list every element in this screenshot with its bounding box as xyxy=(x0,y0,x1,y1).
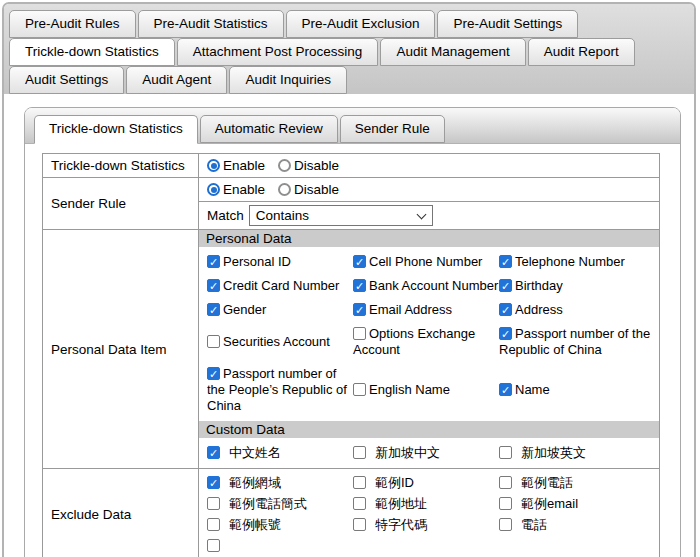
checkbox-label: 中文姓名 xyxy=(229,445,281,460)
checkbox-unchecked-icon[interactable] xyxy=(207,539,220,552)
checkbox-item-birthday[interactable]: ✓Birthday xyxy=(499,278,653,294)
checkbox-checked-icon[interactable]: ✓ xyxy=(207,279,220,292)
checkbox-item-personal-id[interactable]: ✓Personal ID xyxy=(207,254,353,270)
checkbox-item-新加坡中文[interactable]: 新加坡中文 xyxy=(353,445,499,461)
main-tab-audit-settings[interactable]: Audit Settings xyxy=(9,66,124,94)
radio-unselected-icon[interactable] xyxy=(278,183,291,196)
checkbox-label: Passport number of the People’s Republic… xyxy=(207,366,347,413)
match-row: Match Contains xyxy=(199,202,659,229)
checkbox-item-範例電話[interactable]: 範例電話 xyxy=(499,475,653,491)
checkbox-item-電話[interactable]: 電話 xyxy=(499,517,653,533)
checkbox-checked-icon[interactable]: ✓ xyxy=(499,279,512,292)
checkbox-unchecked-icon[interactable] xyxy=(499,446,512,459)
checkbox-item-telephone-number[interactable]: ✓Telephone Number xyxy=(499,254,653,270)
checkbox-unchecked-icon[interactable] xyxy=(353,446,366,459)
radio-unselected-icon[interactable] xyxy=(278,159,291,172)
checkbox-unchecked-icon[interactable] xyxy=(353,518,366,531)
checkbox-unchecked-icon[interactable] xyxy=(207,497,220,510)
main-tab-trickle-down-statistics[interactable]: Trickle-down Statistics xyxy=(9,38,175,66)
checkbox-item-address[interactable]: ✓Address xyxy=(499,302,653,318)
checkbox-unchecked-icon[interactable] xyxy=(207,518,220,531)
checkbox-item-範例email[interactable]: 範例email xyxy=(499,496,653,512)
main-tab-audit-inquiries[interactable]: Audit Inquiries xyxy=(229,66,347,94)
checkbox-item-範例帳號[interactable]: 範例帳號 xyxy=(207,517,353,533)
trickle-enable-radio[interactable]: Enable xyxy=(207,158,265,173)
checkbox-item-securities-account[interactable]: Securities Account xyxy=(207,334,353,350)
match-select[interactable]: Contains xyxy=(249,205,433,226)
checkbox-label: Securities Account xyxy=(223,334,330,349)
checkbox-checked-icon[interactable]: ✓ xyxy=(499,383,512,396)
checkbox-item-item[interactable] xyxy=(207,538,353,554)
sender-disable-radio[interactable]: Disable xyxy=(278,182,339,197)
checkbox-item-name[interactable]: ✓Name xyxy=(499,382,653,398)
main-tab-pre-audit-settings[interactable]: Pre-Audit Settings xyxy=(437,10,578,38)
checkbox-checked-icon[interactable]: ✓ xyxy=(207,476,220,489)
checkbox-unchecked-icon[interactable] xyxy=(499,497,512,510)
sender-enable-radio[interactable]: Enable xyxy=(207,182,265,197)
checkbox-checked-icon[interactable]: ✓ xyxy=(353,279,366,292)
trickle-down-statistics-label: Trickle-down Statistics xyxy=(43,154,199,178)
checkbox-item-cell-phone-number[interactable]: ✓Cell Phone Number xyxy=(353,254,499,270)
checkbox-item-範例電話簡式[interactable]: 範例電話簡式 xyxy=(207,496,353,512)
main-tab-strip: Pre-Audit RulesPre-Audit StatisticsPre-A… xyxy=(4,4,694,94)
personal-data-item-label: Personal Data Item xyxy=(43,230,199,469)
checkbox-unchecked-icon[interactable] xyxy=(353,497,366,510)
checkbox-checked-icon[interactable]: ✓ xyxy=(207,255,220,268)
checkbox-label: Credit Card Number xyxy=(223,278,339,293)
checkbox-item-gender[interactable]: ✓Gender xyxy=(207,302,353,318)
main-tab-pre-audit-statistics[interactable]: Pre-Audit Statistics xyxy=(138,10,284,38)
checkbox-item-範例id[interactable]: 範例ID xyxy=(353,475,499,491)
checkbox-checked-icon[interactable]: ✓ xyxy=(499,327,512,340)
table-row: Exclude Data ✓範例網域範例ID範例電話範例電話簡式範例地址範例em… xyxy=(43,469,660,557)
checkbox-checked-icon[interactable]: ✓ xyxy=(499,255,512,268)
checkbox-unchecked-icon[interactable] xyxy=(499,518,512,531)
checkbox-item-bank-account-number[interactable]: ✓Bank Account Number xyxy=(353,278,499,294)
checkbox-unchecked-icon[interactable] xyxy=(353,327,366,340)
radio-label: Enable xyxy=(223,182,265,197)
checkbox-unchecked-icon[interactable] xyxy=(207,335,220,348)
main-tab-audit-agent[interactable]: Audit Agent xyxy=(126,66,227,94)
trickle-disable-radio[interactable]: Disable xyxy=(278,158,339,173)
main-tab-audit-management[interactable]: Audit Management xyxy=(380,38,525,66)
panel-tab-sender-rule[interactable]: Sender Rule xyxy=(340,115,445,143)
checkbox-item-特字代碼[interactable]: 特字代碼 xyxy=(353,517,499,533)
main-tab-pre-audit-exclusion[interactable]: Pre-Audit Exclusion xyxy=(286,10,436,38)
checkbox-unchecked-icon[interactable] xyxy=(353,383,366,396)
checkbox-item-新加坡英文[interactable]: 新加坡英文 xyxy=(499,445,653,461)
checkbox-item-english-name[interactable]: English Name xyxy=(353,382,499,398)
checkbox-checked-icon[interactable]: ✓ xyxy=(207,367,220,380)
checkbox-item-範例網域[interactable]: ✓範例網域 xyxy=(207,475,353,491)
content-area: Trickle-down StatisticsAutomatic ReviewS… xyxy=(4,94,694,557)
checkbox-label: Address xyxy=(515,302,563,317)
checkbox-label: 範例電話 xyxy=(521,475,573,490)
panel-body: Trickle-down Statistics Enable Disable xyxy=(25,144,680,557)
sender-rule-label: Sender Rule xyxy=(43,178,199,230)
radio-selected-icon[interactable] xyxy=(207,159,220,172)
checkbox-checked-icon[interactable]: ✓ xyxy=(499,303,512,316)
checkbox-unchecked-icon[interactable] xyxy=(499,476,512,489)
checkbox-unchecked-icon[interactable] xyxy=(353,476,366,489)
checkbox-label: Options Exchange Account xyxy=(353,326,475,357)
checkbox-item-範例地址[interactable]: 範例地址 xyxy=(353,496,499,512)
main-tab-audit-report[interactable]: Audit Report xyxy=(528,38,635,66)
radio-selected-icon[interactable] xyxy=(207,183,220,196)
trickle-down-panel: Trickle-down StatisticsAutomatic ReviewS… xyxy=(24,107,681,557)
checkbox-item-email-address[interactable]: ✓Email Address xyxy=(353,302,499,318)
checkbox-item-options-exchange-account[interactable]: Options Exchange Account xyxy=(353,326,499,358)
checkbox-checked-icon[interactable]: ✓ xyxy=(353,303,366,316)
panel-tab-trickle-down-statistics[interactable]: Trickle-down Statistics xyxy=(34,115,198,144)
checkbox-checked-icon[interactable]: ✓ xyxy=(207,446,220,459)
main-tab-attachment-post-processing[interactable]: Attachment Post Processing xyxy=(177,38,379,66)
panel-tab-automatic-review[interactable]: Automatic Review xyxy=(200,115,338,143)
checkbox-label: 範例網域 xyxy=(229,475,281,490)
checkbox-item-passport-number-of-the-republic-of-china[interactable]: ✓Passport number of the Republic of Chin… xyxy=(499,326,653,358)
checkbox-item-credit-card-number[interactable]: ✓Credit Card Number xyxy=(207,278,353,294)
table-row: Personal Data Item Personal Data ✓Person… xyxy=(43,230,660,469)
checkbox-label: 電話 xyxy=(521,517,547,532)
checkbox-checked-icon[interactable]: ✓ xyxy=(353,255,366,268)
checkbox-checked-icon[interactable]: ✓ xyxy=(207,303,220,316)
checkbox-item-passport-number-of-the-people-s-republic-of-china[interactable]: ✓Passport number of the People’s Republi… xyxy=(207,366,353,414)
checkbox-label: Cell Phone Number xyxy=(369,254,482,269)
checkbox-item-中文姓名[interactable]: ✓中文姓名 xyxy=(207,445,353,461)
main-tab-pre-audit-rules[interactable]: Pre-Audit Rules xyxy=(9,10,136,38)
